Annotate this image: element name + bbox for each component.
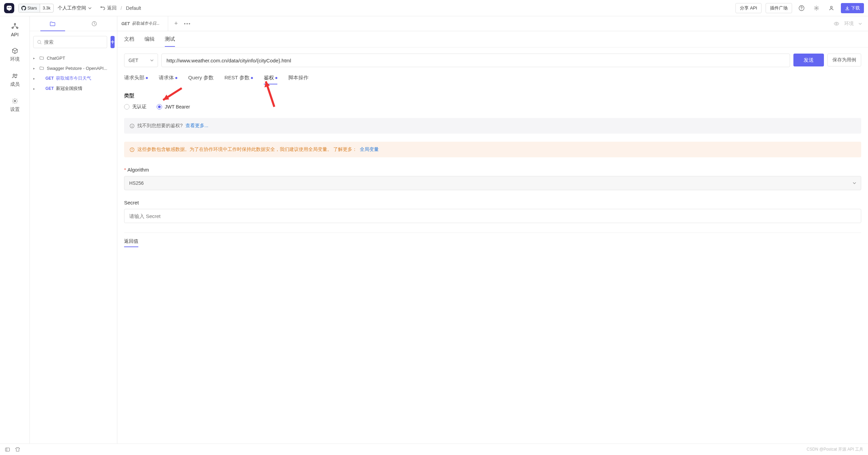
reqtab-script[interactable]: 脚本操作: [288, 75, 309, 84]
search-icon: [37, 40, 42, 45]
mode-edit[interactable]: 编辑: [144, 32, 155, 46]
info-link[interactable]: 查看更多...: [185, 123, 209, 129]
reqtab-rest[interactable]: REST 参数: [224, 75, 253, 84]
github-stars-label: Stars: [27, 6, 37, 11]
shirt-icon[interactable]: [15, 447, 20, 452]
github-stars-count: 3.3k: [40, 6, 53, 11]
method-selector[interactable]: GET: [124, 54, 158, 67]
editor-tab[interactable]: GET 获取城市今日...: [117, 16, 168, 31]
tab-method: GET: [121, 21, 130, 26]
rail-settings[interactable]: 设置: [5, 97, 25, 113]
sidebar-tab-history[interactable]: [74, 16, 115, 31]
chevron-right-icon: ▸: [33, 66, 37, 70]
svg-point-8: [13, 74, 15, 76]
user-icon: [828, 5, 834, 11]
tree-folder[interactable]: ▸ Swagger Petstore - OpenAPI...: [31, 63, 116, 73]
radio-no-auth[interactable]: 无认证: [124, 104, 146, 110]
info-banner: 找不到您想要的鉴权? 查看更多...: [124, 118, 861, 134]
workspace-name: 个人工作空间: [58, 5, 86, 11]
add-button[interactable]: +: [111, 36, 115, 48]
chevron-down-icon: [150, 59, 154, 62]
rail-settings-label: 设置: [10, 106, 20, 113]
rail-members[interactable]: 成员: [5, 72, 25, 87]
tree-item-method: GET: [45, 76, 54, 81]
warning-link[interactable]: 全局变量: [360, 146, 379, 153]
account-button[interactable]: [826, 3, 837, 14]
sidebar-search-input[interactable]: [44, 39, 103, 45]
gear-icon: [813, 5, 820, 11]
svg-point-0: [8, 7, 9, 8]
eye-icon[interactable]: [833, 21, 840, 27]
share-api-button[interactable]: 分享 API: [735, 3, 762, 13]
indicator-dot: [146, 77, 148, 79]
warning-banner: 这些参数包含敏感数据。为了在协作环境中工作时保持此数据安全，我们建议使用全局变量…: [124, 142, 861, 157]
sidebar-tab-folder[interactable]: [32, 16, 74, 31]
reqtab-body[interactable]: 请求体: [159, 75, 177, 84]
panel-left-icon[interactable]: [5, 447, 10, 452]
tree-item-name: 新冠全国疫情: [56, 85, 82, 92]
cube-icon: [11, 47, 19, 55]
mode-test[interactable]: 测试: [165, 32, 175, 46]
sidebar-search[interactable]: [33, 36, 107, 48]
url-input[interactable]: [161, 54, 790, 67]
tree-folder[interactable]: ▸ ChatGPT: [31, 53, 116, 63]
reqtab-query[interactable]: Query 参数: [188, 75, 214, 84]
svg-rect-16: [5, 448, 9, 451]
reqtab-headers[interactable]: 请求头部: [124, 75, 148, 84]
secret-input[interactable]: [124, 209, 861, 223]
send-button[interactable]: 发送: [793, 54, 824, 66]
indicator-dot: [251, 77, 253, 79]
env-selector[interactable]: 环境: [844, 21, 854, 27]
svg-point-13: [836, 23, 837, 24]
svg-point-12: [38, 40, 41, 43]
workspace-selector[interactable]: 个人工作空间: [58, 5, 92, 11]
undo-icon: [100, 5, 105, 11]
save-case-button[interactable]: 保存为用例: [827, 54, 861, 66]
chevron-right-icon: ▸: [33, 87, 37, 91]
github-icon: [21, 6, 26, 11]
github-stars[interactable]: Stars 3.3k: [18, 4, 54, 13]
algorithm-value: HS256: [129, 180, 144, 186]
folder-icon: [39, 56, 44, 60]
svg-point-1: [9, 7, 11, 8]
breadcrumb[interactable]: Default: [126, 5, 141, 11]
radio-jwt-bearer[interactable]: JWT Bearer: [157, 104, 190, 110]
chevron-down-icon: [853, 181, 856, 185]
plugin-market-button[interactable]: 插件广场: [766, 3, 792, 13]
svg-point-10: [14, 100, 16, 102]
members-icon: [11, 72, 19, 80]
algorithm-label: Algorithm: [127, 167, 149, 173]
indicator-dot: [175, 77, 177, 79]
chevron-down-icon: [88, 6, 92, 10]
history-icon: [91, 21, 97, 27]
info-icon: [130, 123, 135, 128]
back-label: 返回: [107, 5, 117, 11]
chevron-right-icon: ▸: [33, 56, 37, 60]
warning-text: 这些参数包含敏感数据。为了在协作环境中工作时保持此数据安全，我们建议使用全局变量…: [137, 146, 357, 153]
settings-button[interactable]: [811, 3, 822, 14]
download-label: 下载: [851, 5, 860, 11]
reqtab-auth[interactable]: 鉴权: [264, 75, 277, 84]
breadcrumb-sep: /: [121, 5, 122, 11]
rail-env[interactable]: 环境: [5, 47, 25, 62]
radio-jwt-label: JWT Bearer: [165, 104, 190, 110]
indicator-dot: [275, 77, 277, 79]
new-tab-button[interactable]: +: [174, 20, 178, 27]
download-icon: [845, 6, 850, 11]
tree-folder-name: ChatGPT: [47, 56, 65, 61]
help-button[interactable]: [796, 3, 807, 14]
svg-point-3: [816, 7, 817, 9]
tree-item[interactable]: ▸ GET 获取城市今日天气: [31, 73, 116, 83]
algorithm-select[interactable]: HS256: [124, 176, 861, 190]
tree-item-name: 获取城市今日天气: [56, 75, 91, 81]
mode-doc[interactable]: 文档: [124, 32, 134, 46]
download-button[interactable]: 下载: [841, 3, 864, 13]
return-value-tab[interactable]: 返回值: [124, 238, 138, 247]
tree-folder-name: Swagger Petstore - OpenAPI...: [47, 66, 107, 71]
back-button[interactable]: 返回: [100, 5, 117, 11]
rail-api[interactable]: API: [5, 22, 25, 37]
tab-more-button[interactable]: •••: [184, 21, 191, 26]
help-icon: [798, 5, 805, 11]
rail-members-label: 成员: [10, 81, 20, 87]
tree-item[interactable]: ▸ GET 新冠全国疫情: [31, 83, 116, 94]
